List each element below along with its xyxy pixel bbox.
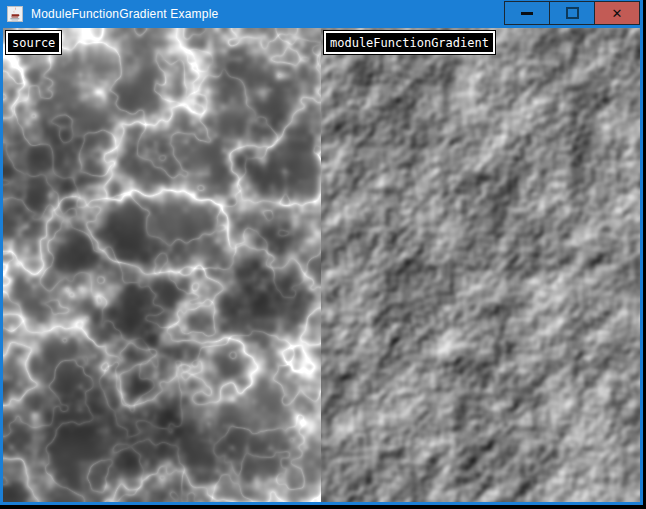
titlebar[interactable]: ModuleFunctionGradient Example ✕: [0, 0, 643, 28]
close-icon: ✕: [612, 7, 623, 20]
gradient-panel: moduleFunctionGradient: [321, 28, 640, 502]
window-title: ModuleFunctionGradient Example: [31, 7, 218, 21]
gradient-label: moduleFunctionGradient: [324, 31, 495, 54]
close-button[interactable]: ✕: [594, 1, 640, 25]
image-area: source moduleFunctionGradient: [3, 28, 640, 502]
minimize-icon: [521, 12, 533, 15]
application-window: ModuleFunctionGradient Example ✕ source …: [0, 0, 643, 505]
source-label: source: [6, 31, 61, 54]
maximize-icon: [566, 7, 579, 19]
java-coffee-cup-icon: [7, 6, 23, 22]
maximize-button[interactable]: [549, 1, 595, 25]
minimize-button[interactable]: [504, 1, 550, 25]
source-panel: source: [3, 28, 321, 502]
source-image: [3, 28, 321, 502]
window-controls: ✕: [505, 1, 640, 25]
module-function-gradient-image: [321, 28, 640, 502]
